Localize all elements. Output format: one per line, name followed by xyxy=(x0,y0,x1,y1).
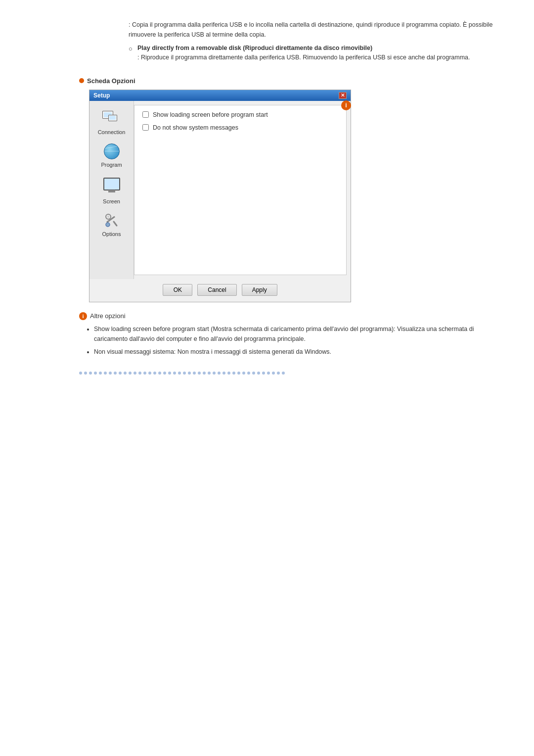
dot-sep-item xyxy=(183,372,186,375)
dot-sep-item xyxy=(153,372,156,375)
sidebar-item-program[interactable]: Program xyxy=(92,141,132,170)
checkbox-show-loading-row: Show loading screen before program start xyxy=(142,111,338,118)
scheda-opzioni-label: Scheda Opzioni xyxy=(87,77,135,85)
setup-dialog: Setup ✕ Connection Program xyxy=(89,90,351,302)
dot-sep-item xyxy=(143,372,146,375)
dot-sep-item xyxy=(232,372,235,375)
dot-sep-item xyxy=(242,372,245,375)
dialog-titlebar: Setup ✕ xyxy=(89,90,351,101)
dot-sep-item xyxy=(138,372,141,375)
program-icon-box xyxy=(102,143,122,160)
connection-icon xyxy=(102,111,121,127)
dot-sep-item xyxy=(148,372,151,375)
dot-sep-item xyxy=(94,372,97,375)
top-line1: : Copia il programma dalla periferica US… xyxy=(129,20,494,40)
scheda-opzioni-title: Scheda Opzioni xyxy=(79,77,494,85)
svg-point-3 xyxy=(106,223,110,227)
sidebar-item-connection[interactable]: Connection xyxy=(92,108,132,137)
dot-sep-item xyxy=(237,372,240,375)
show-loading-label: Show loading screen before program start xyxy=(153,111,268,118)
options-label: Options xyxy=(102,231,121,237)
dialog-body: Connection Program Screen xyxy=(89,101,351,279)
altre-warning-icon: i xyxy=(79,312,87,320)
dot-sep-item xyxy=(119,372,122,375)
options-icon xyxy=(104,213,120,229)
dialog-title: Setup xyxy=(93,92,110,99)
dot-sep-item xyxy=(262,372,265,375)
dot-sep-item xyxy=(272,372,275,375)
connection-icon-box xyxy=(102,110,122,128)
dot-separator xyxy=(79,372,494,375)
dot-sep-item xyxy=(124,372,127,375)
dialog-close-button[interactable]: ✕ xyxy=(339,92,347,99)
dot-sep-item xyxy=(208,372,211,375)
dot-sep-item xyxy=(218,372,221,375)
sidebar-item-options[interactable]: Options xyxy=(92,210,132,239)
dot-sep-item xyxy=(203,372,206,375)
show-loading-checkbox[interactable] xyxy=(142,111,149,118)
dot-sep-item xyxy=(163,372,166,375)
dot-sep-item xyxy=(89,372,92,375)
dot-sep-item xyxy=(227,372,230,375)
top-text-section: : Copia il programma dalla periferica US… xyxy=(129,20,494,62)
dot-sep-item xyxy=(188,372,191,375)
ok-button[interactable]: OK xyxy=(163,284,192,296)
altre-item-1-text: Show loading screen before program start… xyxy=(94,326,474,342)
altre-opzioni-section: i Altre opzioni Show loading screen befo… xyxy=(79,312,494,357)
dot-sep-item xyxy=(178,372,181,375)
dot-sep-item xyxy=(158,372,161,375)
screen-label: Screen xyxy=(103,198,120,204)
dot-sep-item xyxy=(282,372,285,375)
dot-sep-item xyxy=(79,372,82,375)
dot-sep-item xyxy=(168,372,171,375)
info-badge: i xyxy=(341,100,351,110)
options-icon-box xyxy=(102,212,122,230)
scheda-dot-icon xyxy=(79,78,84,83)
dot-sep-item xyxy=(257,372,260,375)
dialog-sidebar: Connection Program Screen xyxy=(89,101,134,279)
connection-label: Connection xyxy=(98,129,126,135)
program-label: Program xyxy=(101,162,122,168)
dot-sep-item xyxy=(114,372,117,375)
dot-sep-item xyxy=(198,372,201,375)
dot-sep-item xyxy=(193,372,196,375)
no-system-messages-checkbox[interactable] xyxy=(142,124,149,131)
altre-item-2: Non visual messaggi sistema: Non mostra … xyxy=(94,347,494,357)
dot-sep-item xyxy=(222,372,225,375)
altre-opzioni-label: Altre opzioni xyxy=(90,312,126,320)
dot-sep-item xyxy=(247,372,250,375)
dot-sep-item xyxy=(173,372,176,375)
dot-sep-item xyxy=(104,372,107,375)
sidebar-item-screen[interactable]: Screen xyxy=(92,174,132,206)
bullet-content-1: Play directly from a removable disk (Rip… xyxy=(137,44,494,62)
dot-sep-item xyxy=(134,372,136,375)
dialog-footer: OK Cancel Apply xyxy=(89,279,351,302)
dot-sep-item xyxy=(252,372,255,375)
no-system-messages-label: Do not show system messages xyxy=(153,124,238,131)
dot-sep-item xyxy=(84,372,87,375)
bullet-item-play-directly: ○ Play directly from a removable disk (R… xyxy=(129,44,494,62)
altre-opzioni-title: i Altre opzioni xyxy=(79,312,494,320)
altre-opzioni-list: Show loading screen before program start… xyxy=(79,324,494,357)
program-icon xyxy=(104,143,120,159)
svg-point-2 xyxy=(107,216,109,218)
bullet-marker-1: ○ xyxy=(129,44,134,62)
dot-sep-item xyxy=(277,372,280,375)
dot-sep-item xyxy=(267,372,270,375)
dot-sep-item xyxy=(213,372,216,375)
checkbox-no-system-messages-row: Do not show system messages xyxy=(142,124,338,131)
altre-item-2-text: Non visual messaggi sistema: Non mostra … xyxy=(94,348,331,355)
options-panel: i Show loading screen before program sta… xyxy=(134,105,347,275)
cancel-button[interactable]: Cancel xyxy=(197,284,236,296)
dot-sep-item xyxy=(109,372,112,375)
altre-item-1: Show loading screen before program start… xyxy=(94,324,494,344)
screen-icon-box xyxy=(102,176,122,193)
apply-button[interactable]: Apply xyxy=(242,284,277,296)
screen-icon xyxy=(103,178,120,190)
dot-sep-item xyxy=(129,372,132,375)
dot-sep-item xyxy=(99,372,102,375)
